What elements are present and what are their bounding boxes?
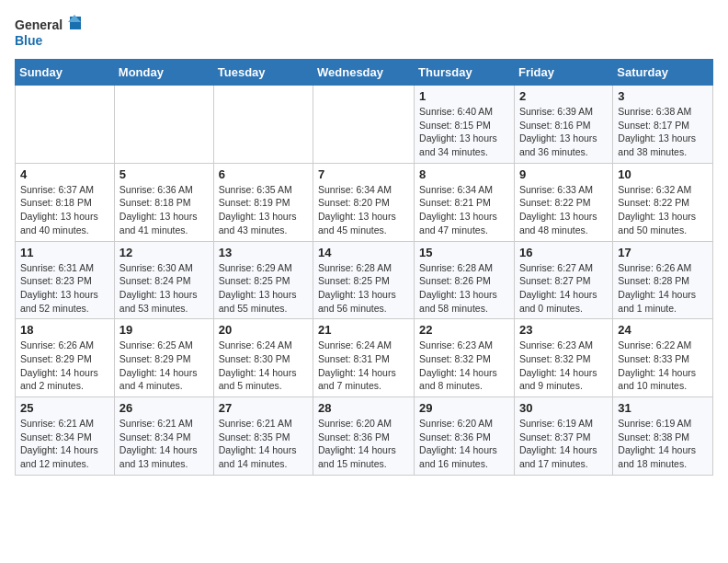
day-number: 6 bbox=[219, 167, 308, 181]
day-cell: 18Sunrise: 6:26 AM Sunset: 8:29 PM Dayli… bbox=[16, 319, 115, 397]
day-cell: 24Sunrise: 6:22 AM Sunset: 8:33 PM Dayli… bbox=[613, 319, 713, 397]
day-number: 25 bbox=[20, 401, 109, 415]
day-cell: 29Sunrise: 6:20 AM Sunset: 8:36 PM Dayli… bbox=[415, 397, 515, 476]
day-cell: 13Sunrise: 6:29 AM Sunset: 8:25 PM Dayli… bbox=[213, 241, 313, 319]
day-number: 4 bbox=[20, 167, 109, 181]
day-info: Sunrise: 6:34 AM Sunset: 8:21 PM Dayligh… bbox=[419, 183, 509, 237]
day-cell: 21Sunrise: 6:24 AM Sunset: 8:31 PM Dayli… bbox=[313, 319, 415, 397]
header-wednesday: Wednesday bbox=[313, 60, 415, 86]
day-cell bbox=[213, 86, 313, 164]
day-info: Sunrise: 6:21 AM Sunset: 8:34 PM Dayligh… bbox=[20, 417, 109, 471]
day-cell: 31Sunrise: 6:19 AM Sunset: 8:38 PM Dayli… bbox=[613, 397, 713, 476]
header-thursday: Thursday bbox=[415, 60, 515, 86]
day-info: Sunrise: 6:21 AM Sunset: 8:34 PM Dayligh… bbox=[119, 417, 209, 471]
day-cell: 12Sunrise: 6:30 AM Sunset: 8:24 PM Dayli… bbox=[114, 241, 213, 319]
day-cell: 3Sunrise: 6:38 AM Sunset: 8:17 PM Daylig… bbox=[613, 86, 713, 164]
header-friday: Friday bbox=[514, 60, 612, 86]
day-info: Sunrise: 6:23 AM Sunset: 8:32 PM Dayligh… bbox=[419, 339, 509, 393]
day-number: 10 bbox=[618, 167, 708, 181]
day-cell bbox=[114, 86, 213, 164]
day-cell: 19Sunrise: 6:25 AM Sunset: 8:29 PM Dayli… bbox=[114, 319, 213, 397]
day-info: Sunrise: 6:24 AM Sunset: 8:30 PM Dayligh… bbox=[219, 339, 308, 393]
week-row-1: 1Sunrise: 6:40 AM Sunset: 8:15 PM Daylig… bbox=[16, 86, 713, 164]
day-cell: 5Sunrise: 6:36 AM Sunset: 8:18 PM Daylig… bbox=[114, 163, 213, 241]
day-cell: 10Sunrise: 6:32 AM Sunset: 8:22 PM Dayli… bbox=[613, 163, 713, 241]
day-number: 2 bbox=[519, 89, 608, 103]
day-cell bbox=[313, 86, 415, 164]
day-info: Sunrise: 6:28 AM Sunset: 8:26 PM Dayligh… bbox=[419, 261, 509, 316]
day-cell: 25Sunrise: 6:21 AM Sunset: 8:34 PM Dayli… bbox=[16, 397, 115, 476]
day-info: Sunrise: 6:19 AM Sunset: 8:38 PM Dayligh… bbox=[618, 417, 708, 471]
day-number: 15 bbox=[419, 246, 509, 259]
day-number: 26 bbox=[119, 401, 209, 415]
header: GeneralBlue bbox=[15, 15, 713, 52]
week-row-3: 11Sunrise: 6:31 AM Sunset: 8:23 PM Dayli… bbox=[16, 241, 713, 319]
day-info: Sunrise: 6:26 AM Sunset: 8:28 PM Dayligh… bbox=[618, 261, 708, 316]
day-cell: 16Sunrise: 6:27 AM Sunset: 8:27 PM Dayli… bbox=[514, 241, 612, 319]
day-cell: 8Sunrise: 6:34 AM Sunset: 8:21 PM Daylig… bbox=[415, 163, 515, 241]
header-saturday: Saturday bbox=[613, 60, 713, 86]
day-number: 9 bbox=[519, 167, 608, 181]
day-number: 1 bbox=[419, 89, 509, 103]
day-number: 16 bbox=[519, 246, 608, 259]
day-info: Sunrise: 6:36 AM Sunset: 8:18 PM Dayligh… bbox=[119, 183, 209, 237]
day-info: Sunrise: 6:19 AM Sunset: 8:37 PM Dayligh… bbox=[519, 417, 608, 471]
day-cell: 2Sunrise: 6:39 AM Sunset: 8:16 PM Daylig… bbox=[514, 86, 612, 164]
day-cell: 20Sunrise: 6:24 AM Sunset: 8:30 PM Dayli… bbox=[213, 319, 313, 397]
day-info: Sunrise: 6:38 AM Sunset: 8:17 PM Dayligh… bbox=[618, 105, 708, 159]
day-info: Sunrise: 6:33 AM Sunset: 8:22 PM Dayligh… bbox=[519, 183, 608, 237]
day-info: Sunrise: 6:31 AM Sunset: 8:23 PM Dayligh… bbox=[20, 261, 109, 316]
day-cell: 27Sunrise: 6:21 AM Sunset: 8:35 PM Dayli… bbox=[213, 397, 313, 476]
day-number: 18 bbox=[20, 323, 109, 337]
day-info: Sunrise: 6:29 AM Sunset: 8:25 PM Dayligh… bbox=[219, 261, 308, 316]
day-cell: 28Sunrise: 6:20 AM Sunset: 8:36 PM Dayli… bbox=[313, 397, 415, 476]
day-number: 28 bbox=[318, 401, 409, 415]
day-info: Sunrise: 6:35 AM Sunset: 8:19 PM Dayligh… bbox=[219, 183, 308, 237]
day-info: Sunrise: 6:32 AM Sunset: 8:22 PM Dayligh… bbox=[618, 183, 708, 237]
day-info: Sunrise: 6:24 AM Sunset: 8:31 PM Dayligh… bbox=[318, 339, 409, 393]
day-info: Sunrise: 6:40 AM Sunset: 8:15 PM Dayligh… bbox=[419, 105, 509, 159]
day-number: 31 bbox=[618, 401, 708, 415]
week-row-4: 18Sunrise: 6:26 AM Sunset: 8:29 PM Dayli… bbox=[16, 319, 713, 397]
day-number: 3 bbox=[618, 89, 708, 103]
day-cell: 15Sunrise: 6:28 AM Sunset: 8:26 PM Dayli… bbox=[415, 241, 515, 319]
svg-text:Blue: Blue bbox=[15, 33, 43, 48]
day-number: 29 bbox=[419, 401, 509, 415]
day-info: Sunrise: 6:39 AM Sunset: 8:16 PM Dayligh… bbox=[519, 105, 608, 159]
day-cell: 26Sunrise: 6:21 AM Sunset: 8:34 PM Dayli… bbox=[114, 397, 213, 476]
day-info: Sunrise: 6:20 AM Sunset: 8:36 PM Dayligh… bbox=[318, 417, 409, 471]
day-cell: 17Sunrise: 6:26 AM Sunset: 8:28 PM Dayli… bbox=[613, 241, 713, 319]
week-row-2: 4Sunrise: 6:37 AM Sunset: 8:18 PM Daylig… bbox=[16, 163, 713, 241]
day-info: Sunrise: 6:34 AM Sunset: 8:20 PM Dayligh… bbox=[318, 183, 409, 237]
day-cell: 9Sunrise: 6:33 AM Sunset: 8:22 PM Daylig… bbox=[514, 163, 612, 241]
day-info: Sunrise: 6:30 AM Sunset: 8:24 PM Dayligh… bbox=[119, 261, 209, 316]
logo: GeneralBlue bbox=[15, 15, 88, 52]
day-number: 5 bbox=[119, 167, 209, 181]
day-info: Sunrise: 6:22 AM Sunset: 8:33 PM Dayligh… bbox=[618, 339, 708, 393]
day-cell: 1Sunrise: 6:40 AM Sunset: 8:15 PM Daylig… bbox=[415, 86, 515, 164]
day-number: 27 bbox=[219, 401, 308, 415]
day-number: 17 bbox=[618, 246, 708, 259]
day-info: Sunrise: 6:25 AM Sunset: 8:29 PM Dayligh… bbox=[119, 339, 209, 393]
day-cell: 23Sunrise: 6:23 AM Sunset: 8:32 PM Dayli… bbox=[514, 319, 612, 397]
day-cell: 4Sunrise: 6:37 AM Sunset: 8:18 PM Daylig… bbox=[16, 163, 115, 241]
day-info: Sunrise: 6:20 AM Sunset: 8:36 PM Dayligh… bbox=[419, 417, 509, 471]
day-number: 14 bbox=[318, 246, 409, 259]
day-number: 13 bbox=[219, 246, 308, 259]
day-cell: 11Sunrise: 6:31 AM Sunset: 8:23 PM Dayli… bbox=[16, 241, 115, 319]
header-monday: Monday bbox=[114, 60, 213, 86]
day-cell: 30Sunrise: 6:19 AM Sunset: 8:37 PM Dayli… bbox=[514, 397, 612, 476]
day-info: Sunrise: 6:27 AM Sunset: 8:27 PM Dayligh… bbox=[519, 261, 608, 316]
day-cell: 22Sunrise: 6:23 AM Sunset: 8:32 PM Dayli… bbox=[415, 319, 515, 397]
calendar-header-row: SundayMondayTuesdayWednesdayThursdayFrid… bbox=[16, 60, 713, 86]
day-number: 11 bbox=[20, 246, 109, 259]
day-info: Sunrise: 6:28 AM Sunset: 8:25 PM Dayligh… bbox=[318, 261, 409, 316]
day-number: 8 bbox=[419, 167, 509, 181]
day-number: 30 bbox=[519, 401, 608, 415]
day-info: Sunrise: 6:37 AM Sunset: 8:18 PM Dayligh… bbox=[20, 183, 109, 237]
day-number: 23 bbox=[519, 323, 608, 337]
day-number: 20 bbox=[219, 323, 308, 337]
svg-text:General: General bbox=[15, 17, 63, 32]
day-number: 12 bbox=[119, 246, 209, 259]
day-info: Sunrise: 6:26 AM Sunset: 8:29 PM Dayligh… bbox=[20, 339, 109, 393]
